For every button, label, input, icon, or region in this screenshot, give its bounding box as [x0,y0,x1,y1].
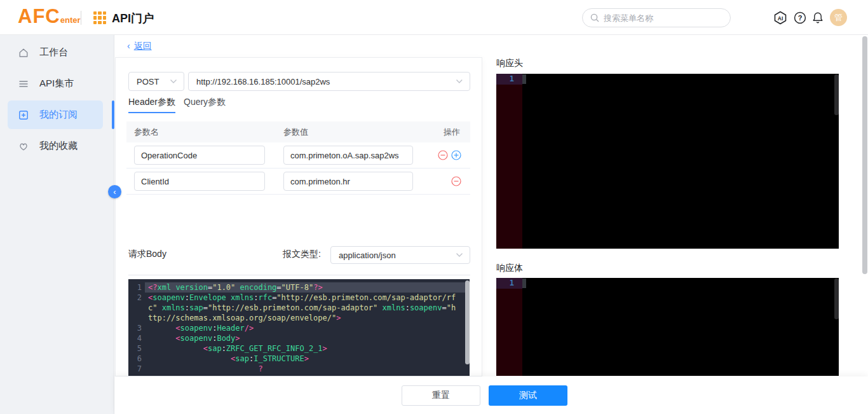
content-type-select[interactable]: application/json [330,246,470,264]
list-icon [18,78,29,90]
back-chevron-icon: ‹ [127,41,130,51]
logo-sub-text: enter [60,13,81,28]
content-type-value: application/json [339,251,396,260]
sidebar-item-我的订阅[interactable]: 我的订阅 [0,99,114,130]
param-row [126,142,470,169]
afcenter-logo[interactable]: AFC enter [18,5,81,28]
line-number: 1 [128,282,142,293]
app-title: API门户 [112,11,154,26]
test-button[interactable]: 测试 [489,385,567,406]
line-number: 7 [128,364,142,374]
chevron-down-icon [456,79,463,84]
request-url-combobox[interactable] [188,72,470,91]
param-row [126,169,470,195]
back-link[interactable]: ‹返回 [127,41,152,52]
param-table: 参数名 参数值 操作 [126,121,470,195]
code-line: 6 <sap:I_STRUCTURE> [128,354,470,364]
sidebar-item-label: 工作台 [39,46,68,59]
sidebar-item-label: API集市 [39,78,74,90]
sidebar-item-label: 我的收藏 [39,140,78,152]
editor-scrollbar[interactable] [834,279,839,319]
col-actions: 操作 [444,127,470,138]
code-line: 7 ? [128,364,470,374]
chevron-down-icon [170,79,177,84]
back-label: 返回 [134,41,152,51]
search-input[interactable] [604,13,722,23]
sidebar-item-工作台[interactable]: 工作台 [0,37,114,68]
code-line: 2<soapenv:Envelope xmlns:rfc="http://esb… [128,293,470,323]
remove-param-icon[interactable] [451,176,461,186]
col-param-value: 参数值 [283,127,417,138]
line-number: 2 [128,293,142,323]
response-body-label: 响应体 [496,263,523,274]
response-headers-editor[interactable]: 1 [496,74,839,249]
help-icon[interactable]: ? [794,11,806,24]
line-number: 6 [128,354,142,364]
editor-gutter [496,278,522,376]
line-number: 4 [128,333,142,343]
top-header: AFC enter API门户 AI ? 管 [0,0,868,35]
editor-divider [128,275,470,275]
app-grid-icon[interactable] [93,11,106,24]
sidebar-nav: 工作台API集市我的订阅我的收藏 [0,35,114,414]
request-body-code-editor[interactable]: 1<?xml version="1.0" encoding="UTF-8"?>2… [128,279,470,376]
sidebar-item-label: 我的订阅 [39,109,78,121]
line-number: 1 [496,278,522,289]
param-row-actions [438,150,470,160]
line-number: 1 [496,74,522,85]
add-param-icon[interactable] [451,150,461,160]
header-divider [81,11,81,25]
param-name-input[interactable] [134,146,265,165]
reset-button[interactable]: 重置 [402,385,480,406]
request-body-label: 请求Body [128,249,166,260]
param-value-input[interactable] [283,172,413,191]
col-param-name: 参数名 [126,127,283,138]
tab-header-params[interactable]: Header参数 [128,97,175,113]
code-line: 3 <soapenv:Header/> [128,323,470,333]
line-number: 5 [128,343,142,354]
svg-text:?: ? [798,14,803,22]
code-editor-scrollbar[interactable] [465,280,470,364]
editor-gutter [496,74,522,249]
user-avatar[interactable]: 管 [830,9,847,26]
text-cursor [522,279,526,288]
search-icon [590,13,599,22]
code-line: 5 <sap:ZRFC_GET_RFC_INFO_2_1> [128,343,470,354]
param-table-header: 参数名 参数值 操作 [126,121,470,142]
content-type-label: 报文类型: [283,249,321,260]
request-url-input[interactable] [196,77,456,86]
action-footer: 重置 测试 [114,376,868,414]
param-name-input[interactable] [134,172,265,191]
code-line: 4 <soapenv:Body> [128,333,470,343]
request-card: POST Header参数 Query参数 参数名 参数值 操作 请求Body … [115,57,482,376]
page-scrollbar[interactable] [862,36,867,274]
code-line: 1<?xml version="1.0" encoding="UTF-8"?> [128,282,470,293]
http-method-value: POST [137,77,159,86]
response-headers-label: 响应头 [496,58,523,69]
subscribe-icon [18,109,29,121]
menu-search-box[interactable] [582,8,731,27]
svg-text:AI: AI [778,15,783,22]
line-number: 3 [128,323,142,333]
remove-param-icon[interactable] [438,150,448,160]
editor-scrollbar[interactable] [834,74,839,115]
http-method-select[interactable]: POST [128,72,184,91]
ai-assistant-icon[interactable]: AI [773,11,787,25]
sidebar-collapse-button[interactable]: ‹ [108,185,121,198]
response-body-editor[interactable]: 1 [496,278,839,376]
heart-icon [18,141,29,152]
chevron-down-icon [456,252,463,258]
text-cursor [522,74,526,84]
sidebar-item-API集市[interactable]: API集市 [0,68,114,99]
param-row-actions [451,176,470,186]
home-icon [18,47,29,59]
tab-query-params[interactable]: Query参数 [184,97,226,113]
sidebar-item-我的收藏[interactable]: 我的收藏 [0,130,114,162]
param-value-input[interactable] [283,146,413,165]
notification-bell-icon[interactable] [811,11,824,25]
logo-main-text: AFC [18,5,60,28]
